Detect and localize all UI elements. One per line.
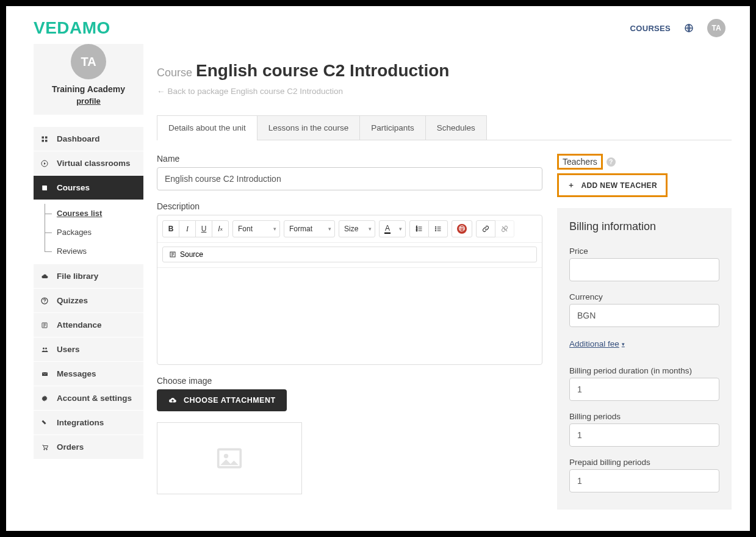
sidebar-item-label: Account & settings — [57, 394, 132, 403]
image-placeholder — [157, 422, 302, 494]
svg-point-10 — [45, 347, 47, 349]
book-icon — [41, 184, 49, 192]
sidebar-item-label: Virtual classrooms — [57, 159, 131, 168]
numbered-list-button[interactable]: 123 — [409, 220, 429, 237]
sidebar-item-label: Users — [57, 345, 80, 354]
tab-lessons[interactable]: Lessons in the course — [257, 115, 360, 140]
sidebar-subitem-packages[interactable]: Packages — [45, 223, 143, 242]
bullet-list-button[interactable] — [428, 220, 448, 237]
question-icon — [41, 297, 49, 305]
svg-rect-3 — [42, 140, 45, 142]
sidebar-item-label: File library — [57, 272, 98, 281]
prepaid-periods-input[interactable] — [569, 469, 719, 492]
tab-schedules[interactable]: Schedules — [425, 115, 487, 140]
users-icon — [41, 346, 49, 353]
sidebar-item-account-settings[interactable]: Account & settings — [34, 386, 143, 411]
rich-text-editor: B I U Ix Font Format Size A — [157, 215, 542, 365]
svg-point-13 — [46, 449, 48, 450]
description-label: Description — [157, 201, 542, 211]
svg-point-9 — [43, 347, 45, 349]
svg-point-7 — [45, 302, 45, 303]
add-teacher-label: ADD NEW TEACHER — [581, 181, 657, 190]
sidebar-item-dashboard[interactable]: Dashboard — [34, 127, 143, 151]
sidebar-item-orders[interactable]: Orders — [34, 435, 143, 460]
billing-periods-label: Billing periods — [569, 412, 719, 421]
price-label: Price — [569, 247, 719, 256]
format-dropdown[interactable]: Format — [284, 220, 335, 237]
clear-format-button[interactable]: Ix — [212, 220, 229, 237]
sidebar-item-quizzes[interactable]: Quizzes — [34, 289, 143, 313]
price-input[interactable] — [569, 258, 719, 281]
cloud-icon — [41, 273, 49, 280]
plug-icon — [41, 419, 49, 427]
link-button[interactable] — [476, 220, 495, 237]
avatar[interactable]: TA — [707, 19, 725, 37]
prepaid-periods-label: Prepaid billing periods — [569, 458, 719, 467]
sidebar-item-label: Courses — [57, 183, 90, 192]
globe-icon[interactable] — [684, 23, 694, 33]
tab-participants[interactable]: Participants — [359, 115, 426, 140]
sidebar-subitem-reviews[interactable]: Reviews — [45, 242, 143, 261]
bold-button[interactable]: B — [162, 220, 179, 237]
profile-avatar: TA — [71, 44, 106, 79]
profile-card: TA Training Academy profile — [34, 44, 143, 115]
sidebar-item-label: Integrations — [57, 418, 104, 427]
italic-button[interactable]: I — [179, 220, 196, 237]
choose-attachment-button[interactable]: CHOOSE ATTACHMENT — [157, 389, 287, 411]
brand-logo[interactable]: VEDAMO — [34, 18, 110, 38]
sidebar-item-label: Quizzes — [57, 296, 88, 305]
back-link-text: Back to package English course C2 Introd… — [168, 87, 343, 96]
gear-icon — [41, 395, 49, 402]
sidebar-item-courses[interactable]: Courses — [34, 176, 143, 200]
name-label: Name — [157, 154, 542, 164]
envelope-icon — [41, 370, 49, 378]
svg-rect-4 — [45, 140, 48, 142]
page-title: CourseEnglish course C2 Introduction — [157, 61, 732, 81]
svg-point-22 — [224, 454, 228, 458]
back-link[interactable]: ← Back to package English course C2 Intr… — [157, 87, 732, 96]
billing-duration-input[interactable] — [569, 378, 719, 401]
sidebar-item-file-library[interactable]: File library — [34, 264, 143, 289]
add-new-teacher-button[interactable]: ＋ ADD NEW TEACHER — [557, 173, 668, 197]
svg-point-19 — [435, 230, 436, 231]
cloud-upload-icon — [168, 396, 178, 405]
svg-point-17 — [435, 226, 436, 228]
sidebar-item-label: Attendance — [57, 320, 102, 330]
choose-image-label: Choose image — [157, 376, 542, 386]
text-color-button[interactable]: A — [379, 220, 406, 237]
media-button[interactable]: ⓜ — [452, 220, 472, 237]
choose-attachment-label: CHOOSE ATTACHMENT — [184, 396, 276, 405]
tab-details[interactable]: Details about the unit — [157, 115, 257, 140]
profile-link[interactable]: profile — [76, 96, 101, 106]
dashboard-icon — [41, 135, 49, 143]
unlink-button[interactable] — [495, 220, 514, 237]
billing-panel: Billing information Price Currency BGN A… — [557, 208, 732, 510]
sidebar-item-label: Orders — [57, 442, 84, 452]
billing-duration-label: Billing period duration (in months) — [569, 366, 719, 375]
billing-periods-input[interactable] — [569, 423, 719, 447]
sidebar-subitem-courses-list[interactable]: Courses list — [45, 204, 143, 223]
svg-rect-2 — [45, 136, 48, 139]
cart-icon — [41, 444, 49, 451]
editor-textarea[interactable] — [157, 268, 542, 364]
font-dropdown[interactable]: Font — [232, 220, 280, 237]
currency-select[interactable]: BGN — [569, 304, 719, 327]
sidebar-item-attendance[interactable]: Attendance — [34, 313, 143, 337]
svg-rect-1 — [42, 136, 45, 139]
page-title-text: English course C2 Introduction — [196, 61, 449, 80]
sidebar-item-users[interactable]: Users — [34, 337, 143, 362]
sidebar-item-integrations[interactable]: Integrations — [34, 411, 143, 435]
currency-label: Currency — [569, 292, 719, 301]
teachers-heading: Teachers — [557, 154, 603, 170]
sidebar-item-virtual-classrooms[interactable]: Virtual classrooms — [34, 151, 143, 176]
sidebar-item-messages[interactable]: Messages — [34, 362, 143, 386]
source-button[interactable]: Source — [162, 247, 537, 262]
underline-button[interactable]: U — [195, 220, 212, 237]
page-title-prefix: Course — [157, 67, 192, 79]
svg-point-18 — [435, 228, 436, 229]
additional-fee-link[interactable]: Additional fee — [569, 339, 625, 348]
help-icon[interactable]: ? — [607, 157, 616, 167]
size-dropdown[interactable]: Size — [339, 220, 375, 237]
header-courses-link[interactable]: COURSES — [630, 24, 671, 33]
name-input[interactable] — [157, 167, 542, 190]
